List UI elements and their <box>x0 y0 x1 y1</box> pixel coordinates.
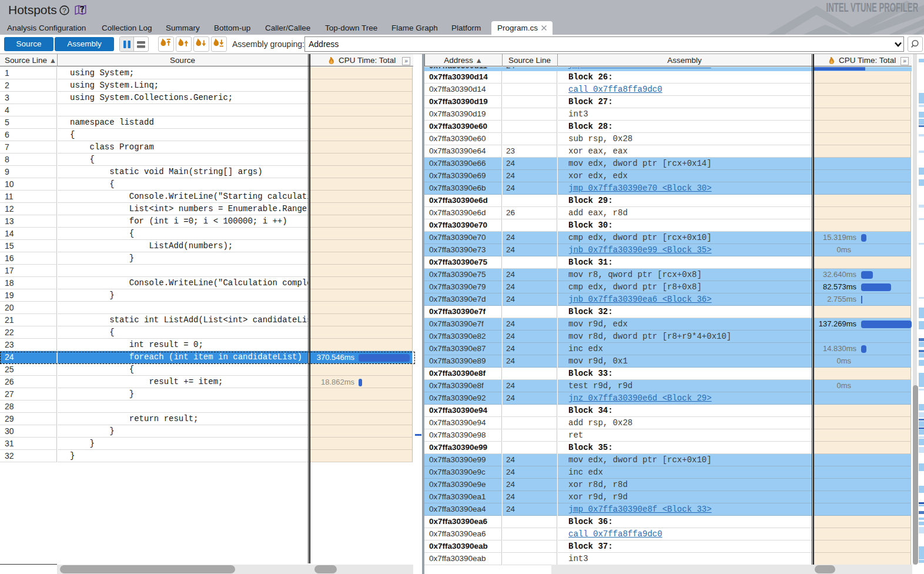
svg-text:?: ? <box>79 4 85 14</box>
svg-text:?: ? <box>62 7 66 14</box>
